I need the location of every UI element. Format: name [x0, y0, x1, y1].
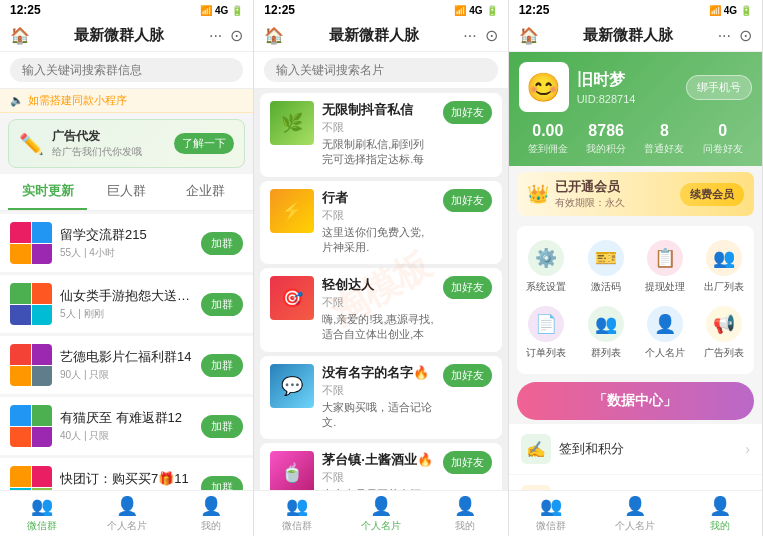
tab-realtime[interactable]: 实时更新 — [8, 174, 87, 210]
func-label-namecard: 个人名片 — [645, 346, 685, 360]
card-limit-2: 不限 — [322, 295, 434, 310]
func-groups[interactable]: 👥 群列表 — [576, 300, 635, 366]
menu-item-points[interactable]: 💰 积分充值 › — [509, 475, 762, 490]
join-button-1[interactable]: 加群 — [201, 293, 243, 316]
nav-wechat-group[interactable]: 👥 微信群 — [0, 491, 84, 536]
card-limit-3: 不限 — [322, 383, 434, 398]
card-list: 淘模板 🌿 无限制抖音私信 不限 无限制刷私信,刷到列完可选择指定达标.每天一次… — [254, 89, 507, 490]
tab-biggroup[interactable]: 巨人群 — [87, 174, 166, 210]
checkin-icon: ✍️ — [521, 434, 551, 464]
card-name-3: 没有名字的名字🔥 — [322, 364, 434, 382]
header-1: 🏠 最新微群人脉 ··· ⊙ — [0, 20, 253, 52]
stat-label-1: 我的积分 — [577, 142, 635, 156]
more-icon-1[interactable]: ··· — [209, 27, 222, 45]
more-icon-2[interactable]: ··· — [463, 27, 476, 45]
profile-stats: 0.00 签到佣金 8786 我的积分 8 普通好友 0 问卷好友 — [519, 122, 752, 156]
join-button-2[interactable]: 加群 — [201, 354, 243, 377]
status-bar-3: 12:25 📶 4G 🔋 — [509, 0, 762, 20]
card-avatar-4: 🍵 — [270, 451, 314, 490]
nav-business-card-3[interactable]: 👤 个人名片 — [593, 491, 677, 536]
tabs-1: 实时更新 巨人群 企业群 — [0, 174, 253, 211]
ad-sub-1: 给广告我们代你发哦 — [52, 145, 166, 159]
func-withdrawal[interactable]: 📋 提现处理 — [635, 234, 694, 300]
search-bar-2 — [254, 52, 507, 89]
group-avatars-2 — [10, 344, 52, 386]
panel-title-3: 最新微群人脉 — [583, 26, 673, 45]
group-name-3: 有猫厌至 有难返群12 — [60, 409, 193, 427]
factory-icon: 👥 — [706, 240, 742, 276]
nav-wechat-group-2[interactable]: 👥 微信群 — [254, 491, 338, 536]
mine-icon-2: 👤 — [454, 495, 476, 517]
join-button-0[interactable]: 加群 — [201, 232, 243, 255]
header-icons-3: ··· ⊙ — [718, 26, 752, 45]
func-factory[interactable]: 👥 出厂列表 — [695, 234, 754, 300]
vip-renew-button[interactable]: 续费会员 — [680, 183, 744, 206]
card-info-0: 无限制抖音私信 不限 无限制刷私信,刷到列完可选择指定达标.每天一次几万条 — [322, 101, 434, 169]
search-input-1[interactable] — [10, 58, 243, 82]
ad-title-1: 广告代发 — [52, 128, 166, 145]
add-friend-button-1[interactable]: 加好友 — [443, 189, 492, 212]
nav-wechat-group-label-3: 微信群 — [536, 519, 566, 533]
notice-text-1[interactable]: 如需搭建同款小程序 — [28, 93, 127, 108]
group-info-2: 艺德电影片仁福利群14 90人 | 只限 — [60, 348, 193, 382]
nav-mine-3[interactable]: 👤 我的 — [678, 491, 762, 536]
search-input-2[interactable] — [264, 58, 497, 82]
avatar-cell — [10, 305, 31, 326]
status-icons-2: 📶 4G 🔋 — [454, 5, 497, 16]
menu-list: ✍️ 签到和积分 › 💰 积分充值 › 😊 邀请好友 › — [509, 424, 762, 490]
func-settings[interactable]: ⚙️ 系统设置 — [517, 234, 576, 300]
tab-enterprise[interactable]: 企业群 — [166, 174, 245, 210]
func-activation[interactable]: 🎫 激活码 — [576, 234, 635, 300]
nav-mine-label: 我的 — [201, 519, 221, 533]
card-avatar-2: 🎯 — [270, 276, 314, 320]
group-list: 留学交流群215 55人 | 4小时 加群 仙女类手游抱怨大送1000R... … — [0, 211, 253, 490]
join-button-4[interactable]: 加群 — [201, 476, 243, 491]
avatar-cell — [32, 283, 53, 304]
profile-top: 😊 旧时梦 UID:828714 绑手机号 — [519, 62, 752, 112]
search-icon-3[interactable]: ⊙ — [739, 26, 752, 45]
avatar-cell — [32, 305, 53, 326]
func-adlist[interactable]: 📢 广告列表 — [695, 300, 754, 366]
data-center-button[interactable]: 「数据中心」 — [517, 382, 754, 420]
avatar-cell — [32, 244, 53, 265]
nav-business-card[interactable]: 👤 个人名片 — [84, 491, 168, 536]
add-friend-button-4[interactable]: 加好友 — [443, 451, 492, 474]
func-namecard[interactable]: 👤 个人名片 — [635, 300, 694, 366]
group-item: 留学交流群215 55人 | 4小时 加群 — [0, 214, 253, 272]
signal-text-1: 4G — [215, 5, 228, 16]
join-button-3[interactable]: 加群 — [201, 415, 243, 438]
card-item-3: 💬 没有名字的名字🔥 不限 大家购买哦，适合记论文. 加好友 — [260, 356, 501, 439]
stat-value-0: 0.00 — [519, 122, 577, 140]
stat-item-1: 8786 我的积分 — [577, 122, 635, 156]
nav-mine[interactable]: 👤 我的 — [169, 491, 253, 536]
ad-banner-1: ✏️ 广告代发 给广告我们代你发哦 了解一下 — [8, 119, 245, 168]
group-name-2: 艺德电影片仁福利群14 — [60, 348, 193, 366]
wechat-group-icon-3: 👥 — [540, 495, 562, 517]
ad-learn-button[interactable]: 了解一下 — [174, 133, 234, 154]
panel-title-2: 最新微群人脉 — [329, 26, 419, 45]
add-friend-button-2[interactable]: 加好友 — [443, 276, 492, 299]
more-icon-3[interactable]: ··· — [718, 27, 731, 45]
search-icon-1[interactable]: ⊙ — [230, 26, 243, 45]
header-2: 🏠 最新微群人脉 ··· ⊙ — [254, 20, 507, 52]
nav-mine-2[interactable]: 👤 我的 — [423, 491, 507, 536]
add-friend-button-0[interactable]: 加好友 — [443, 101, 492, 124]
bottom-nav-2: 👥 微信群 👤 个人名片 👤 我的 — [254, 490, 507, 536]
avatar-cell — [10, 466, 31, 487]
signal-icon-1: 📶 — [200, 5, 212, 16]
nav-mine-label-2: 我的 — [455, 519, 475, 533]
avatar-cell — [10, 366, 31, 387]
nav-wechat-group-3[interactable]: 👥 微信群 — [509, 491, 593, 536]
func-label-adlist: 广告列表 — [704, 346, 744, 360]
nav-business-card-2[interactable]: 👤 个人名片 — [339, 491, 423, 536]
search-icon-2[interactable]: ⊙ — [485, 26, 498, 45]
profile-name: 旧时梦 — [577, 70, 678, 91]
stat-value-3: 0 — [694, 122, 752, 140]
menu-item-checkin[interactable]: ✍️ 签到和积分 › — [509, 424, 762, 474]
func-orders[interactable]: 📄 订单列表 — [517, 300, 576, 366]
signal-icon-2: 📶 — [454, 5, 466, 16]
phone-bind-button[interactable]: 绑手机号 — [686, 75, 752, 100]
business-card-icon-3: 👤 — [624, 495, 646, 517]
group-meta-0: 55人 | 4小时 — [60, 246, 193, 260]
add-friend-button-3[interactable]: 加好友 — [443, 364, 492, 387]
